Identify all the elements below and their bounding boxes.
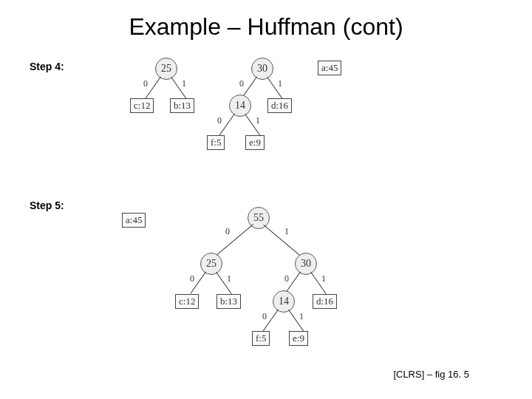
node-14: 14 bbox=[229, 95, 251, 117]
node-f5-s5: f:5 bbox=[252, 331, 270, 346]
elabel-14-l-s5: 0 bbox=[262, 311, 267, 322]
node-a45: a:45 bbox=[318, 61, 341, 75]
elabel-30-r: 1 bbox=[278, 78, 282, 89]
node-b13: b:13 bbox=[170, 98, 194, 113]
elabel-30-l-s5: 0 bbox=[284, 273, 289, 284]
node-f5: f:5 bbox=[207, 135, 225, 150]
page-title: Example – Huffman (cont) bbox=[0, 0, 532, 41]
elabel-25-l-s5: 0 bbox=[190, 273, 194, 284]
node-b13-s5: b:13 bbox=[216, 294, 241, 309]
node-e9: e:9 bbox=[245, 135, 265, 150]
elabel-30-r-s5: 1 bbox=[321, 273, 326, 284]
elabel-25-r-s5: 1 bbox=[227, 273, 231, 284]
elabel-14-l: 0 bbox=[217, 115, 222, 126]
edge-55-30 bbox=[263, 225, 303, 259]
node-30: 30 bbox=[251, 58, 273, 80]
elabel-55-l: 0 bbox=[225, 226, 230, 237]
node-c12: c:12 bbox=[130, 98, 154, 113]
node-25: 25 bbox=[155, 58, 177, 80]
node-d16: d:16 bbox=[267, 98, 292, 113]
elabel-30-l: 0 bbox=[239, 78, 244, 89]
step5-diagram: a:45 55 0 1 25 0 1 c:12 b:13 30 0 1 d:16… bbox=[107, 207, 425, 377]
node-25-s5: 25 bbox=[200, 253, 222, 275]
edge-55-25 bbox=[214, 224, 253, 258]
elabel-55-r: 1 bbox=[284, 226, 289, 237]
step4-label: Step 4: bbox=[30, 61, 64, 72]
step4-diagram: a:45 25 0 1 c:12 b:13 30 0 1 d:16 14 0 1… bbox=[111, 58, 429, 176]
node-d16-s5: d:16 bbox=[313, 294, 337, 309]
node-30-s5: 30 bbox=[295, 253, 317, 275]
node-e9-s5: e:9 bbox=[289, 331, 308, 346]
node-c12-s5: c:12 bbox=[175, 294, 199, 309]
elabel-14-r: 1 bbox=[256, 115, 260, 126]
node-14-s5: 14 bbox=[273, 290, 295, 313]
elabel-14-r-s5: 1 bbox=[299, 311, 304, 322]
node-a45-s5: a:45 bbox=[122, 213, 146, 228]
step5-label: Step 5: bbox=[30, 200, 64, 211]
elabel-25-l: 0 bbox=[143, 78, 148, 89]
elabel-25-r: 1 bbox=[182, 78, 186, 89]
